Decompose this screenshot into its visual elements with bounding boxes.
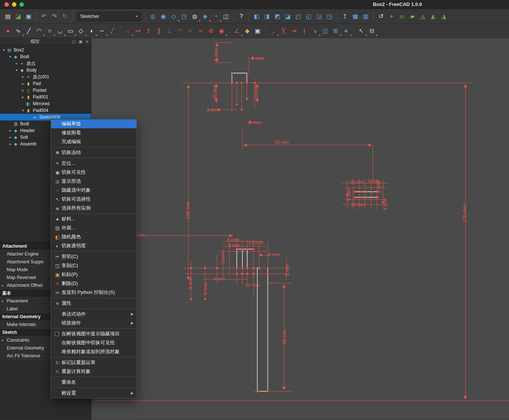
save-document-icon[interactable]: ▣: [24, 12, 34, 21]
constrain-equal-icon[interactable]: =: [185, 26, 195, 36]
constrain-angle-icon[interactable]: ∠▾: [232, 26, 242, 36]
menu-item-copy[interactable]: ◫复制(C): [51, 261, 136, 270]
caret-right-icon[interactable]: ▸: [14, 62, 19, 65]
menu-item-show-selection[interactable]: ◎显示所选: [51, 177, 136, 186]
create-conic-icon[interactable]: ◡▾: [55, 26, 65, 36]
menu-item-finish-editing[interactable]: 完成编辑: [51, 137, 136, 146]
checkbox-unchecked-icon[interactable]: [55, 332, 59, 336]
caret-right-icon[interactable]: ▸: [2, 299, 4, 303]
tree-item-origin001[interactable]: ▸+原点001: [0, 73, 91, 80]
menu-item-delete[interactable]: ✕删除(D): [51, 279, 136, 288]
constrain-distance-y-icon[interactable]: ↥: [144, 26, 153, 36]
view-rear-icon[interactable]: ◰: [293, 12, 303, 21]
menu-item-mark-to-recompute[interactable]: ↻标记以重新运算: [51, 358, 136, 367]
caret-down-icon[interactable]: ▾: [8, 55, 13, 59]
tree-item-pad004[interactable]: ▾▮Pad004: [0, 107, 91, 114]
view-left-icon[interactable]: ◲: [314, 12, 324, 21]
menu-item-add-dependent-objects[interactable]: 将依赖对象添加到所选对象: [51, 347, 136, 356]
measure-icon[interactable]: ◫: [221, 12, 231, 21]
menu-item-appearance[interactable]: ▤外观...: [51, 223, 136, 232]
make-link-icon[interactable]: ↥: [340, 12, 350, 21]
draw-style-icon[interactable]: ◍▾: [190, 12, 199, 21]
menu-item-recompute-object[interactable]: ↻重新计算对象: [51, 367, 136, 376]
caret-right-icon[interactable]: ▸: [8, 129, 13, 132]
create-circle-icon[interactable]: ○▾: [45, 26, 54, 36]
external-geometry-icon[interactable]: ↘▾: [310, 26, 320, 36]
sketcher-tools-icon[interactable]: ⊟▾: [367, 26, 377, 36]
viewport-image-icon[interactable]: ▦: [351, 12, 360, 21]
fillet-icon[interactable]: ◞▾: [268, 26, 278, 36]
menu-item-toggle-selectability[interactable]: ↖切换可选择性: [51, 195, 136, 204]
whats-this-icon[interactable]: ?: [236, 12, 246, 21]
constrain-dimension-icon[interactable]: ↔▾: [123, 26, 132, 36]
refresh-icon[interactable]: ↻: [60, 12, 70, 21]
menu-item-toggle-freeze[interactable]: ❄切换冻结: [51, 148, 136, 157]
tree-item-box2[interactable]: ▾▤Box2: [0, 47, 91, 53]
menu-item-hide-selection[interactable]: ◌隐藏选中对象: [51, 186, 136, 195]
caret-down-icon[interactable]: ▾: [21, 109, 25, 112]
tree-item-body[interactable]: ▾◆Body: [0, 67, 91, 73]
dock-panel-icon[interactable]: ▣: [79, 40, 82, 44]
caret-down-icon[interactable]: ▾: [14, 68, 19, 72]
menu-item-material[interactable]: ●材料...: [51, 214, 136, 223]
extend-edge-icon[interactable]: ⇥: [289, 26, 299, 36]
close-panel-icon[interactable]: ✕: [86, 40, 89, 44]
view-front-icon[interactable]: ◨: [262, 12, 272, 21]
menu-item-modify-attachment[interactable]: 修改附着: [51, 128, 136, 137]
constrain-symmetric-icon[interactable]: ≍: [196, 26, 205, 36]
open-document-icon[interactable]: ◪: [13, 12, 23, 21]
create-arc-icon[interactable]: ◠▾: [34, 26, 44, 36]
tree-item-pocket[interactable]: ▸▯Pocket: [0, 87, 91, 94]
caret-right-icon[interactable]: ▸: [2, 338, 4, 342]
menu-item-select-all-instances[interactable]: ◈选择所有实例: [51, 204, 136, 213]
tree-item-mirrored[interactable]: ◧Mirrored: [0, 100, 91, 107]
sync-view-icon[interactable]: ◳: [179, 12, 189, 21]
toggle-driving-constraint-icon[interactable]: ◆: [242, 26, 252, 36]
map-sketch-icon[interactable]: ▰: [408, 12, 417, 21]
view-isometric-icon[interactable]: ◧: [252, 12, 261, 21]
undo-icon[interactable]: ↶: [39, 12, 49, 21]
menu-item-link-actions[interactable]: 链接操作▶: [51, 319, 136, 327]
caret-right-icon[interactable]: ▸: [21, 88, 25, 92]
menu-item-rename[interactable]: 重命名: [51, 378, 136, 387]
redo-icon[interactable]: ↷: [50, 12, 59, 21]
constrain-block-icon[interactable]: ⊘: [206, 26, 216, 36]
view-top-icon[interactable]: ◩: [273, 12, 282, 21]
menu-item-tree-settings[interactable]: 树设置▶: [51, 389, 136, 398]
create-line-icon[interactable]: ╱: [24, 26, 34, 36]
fit-selection-icon[interactable]: ◉: [158, 12, 168, 21]
minimize-window-button[interactable]: [12, 2, 16, 7]
rotate-view-icon[interactable]: ↺: [376, 12, 386, 21]
menu-item-random-color[interactable]: ◧随机颜色: [51, 232, 136, 241]
caret-right-icon[interactable]: ▸: [21, 75, 25, 79]
caret-down-icon[interactable]: ▾: [1, 48, 6, 52]
toggle-construction-icon[interactable]: ╱: [107, 26, 117, 36]
view-bottom-icon[interactable]: ◱: [304, 12, 314, 21]
axonometric-views-icon[interactable]: ◈▾: [200, 12, 210, 21]
caret-right-icon[interactable]: ▸: [2, 283, 4, 287]
reorient-sketch-icon[interactable]: ◬: [418, 12, 428, 21]
view-right-icon[interactable]: ◪: [283, 12, 293, 21]
constrain-tangent-icon[interactable]: ◠: [175, 26, 185, 36]
select-constraints-icon[interactable]: ↖▾: [356, 26, 366, 36]
caret-right-icon[interactable]: ▸: [8, 142, 13, 146]
constrain-perpendicular-icon[interactable]: ⊥: [164, 26, 174, 36]
close-window-button[interactable]: [4, 2, 9, 7]
constrain-distance-x-icon[interactable]: ↦: [133, 26, 143, 36]
trim-edge-icon[interactable]: ╳: [279, 26, 288, 36]
menu-item-toggle-visibility[interactable]: ◉切换可见性: [51, 168, 136, 177]
create-bspline-icon[interactable]: ∼▾: [97, 26, 107, 36]
tree-item-pad[interactable]: ▸▮Pad: [0, 80, 91, 87]
create-polyline-icon[interactable]: ∿▾: [13, 26, 23, 36]
new-document-icon[interactable]: ▤: [3, 12, 13, 21]
tree-item-origin[interactable]: ▸+原点: [0, 60, 91, 67]
caret-right-icon[interactable]: ▸: [21, 82, 25, 85]
validate-sketch-icon[interactable]: ◭: [428, 12, 438, 21]
constrain-parallel-icon[interactable]: ∥: [154, 26, 164, 36]
caret-right-icon[interactable]: ▸: [8, 135, 13, 139]
menu-item-expression-actions[interactable]: 表达式动作▶: [51, 310, 136, 319]
array-transform-icon[interactable]: ∗▾: [341, 26, 351, 36]
menu-item-show-hidden-items[interactable]: 在树状视图中显示隐藏项目: [51, 329, 136, 338]
maximize-window-button[interactable]: [19, 2, 24, 7]
menu-item-properties[interactable]: ≡属性: [51, 299, 136, 308]
